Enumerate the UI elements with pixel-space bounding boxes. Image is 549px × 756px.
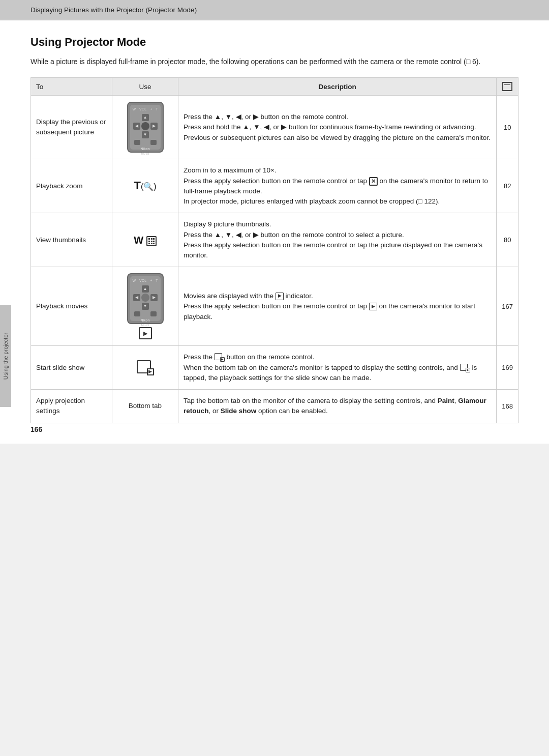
table-row: Start slide show ▶ Press the ▶ bu bbox=[31, 346, 518, 390]
row6-use: Bottom tab bbox=[112, 390, 178, 423]
row4-to: Playback movies bbox=[31, 267, 112, 346]
row1-desc: Press the ▲, ▼, ◀, or ▶ button on the re… bbox=[178, 96, 497, 159]
intro-paragraph: While a picture is displayed full-frame … bbox=[30, 56, 518, 67]
row6-to: Apply projection settings bbox=[31, 390, 112, 423]
w-thumbnail-symbol: W bbox=[134, 235, 156, 246]
row4-desc: Movies are displayed with the ▶ indicato… bbox=[178, 267, 497, 346]
header-bar: Displaying Pictures with the Projector (… bbox=[0, 0, 549, 20]
bottom-tab-label: Bottom tab bbox=[129, 402, 162, 410]
paint-label: Paint bbox=[438, 397, 454, 404]
x-icon: ✕ bbox=[369, 177, 378, 186]
remote-movie-container: WVOL+T ▲ ◀ ▶ ▼ bbox=[117, 273, 173, 339]
movie-indicator-icon: ▶ bbox=[139, 327, 152, 339]
movie-tap-icon: ▶ bbox=[369, 303, 377, 310]
table-row: Apply projection settings Bottom tab Tap… bbox=[31, 390, 518, 423]
col-description: Description bbox=[178, 78, 497, 96]
ref-header-icon bbox=[502, 82, 512, 91]
col-use: Use bbox=[112, 78, 178, 96]
row2-ref: 82 bbox=[497, 159, 518, 213]
row3-to: View thumbnails bbox=[31, 213, 112, 267]
features-table: To Use Description bbox=[30, 77, 518, 423]
row1-use: W VOL + T ▲ ◀ bbox=[112, 96, 178, 159]
table-row: Playback zoom T(🔍) Zoom in to a maximum … bbox=[31, 159, 518, 213]
remote-model: ML-L5 bbox=[130, 152, 161, 156]
slideshow-btn-inline2: ▶ bbox=[460, 364, 470, 372]
row1-to: Display the previous or subsequent pictu… bbox=[31, 96, 112, 159]
row1-ref: 10 bbox=[497, 96, 518, 159]
table-row: View thumbnails W bbox=[31, 213, 518, 267]
side-label: Using the projector bbox=[3, 333, 9, 380]
row4-use: WVOL+T ▲ ◀ ▶ ▼ bbox=[112, 267, 178, 346]
page: Displaying Pictures with the Projector (… bbox=[0, 0, 549, 756]
col-ref bbox=[497, 78, 518, 96]
page-title: Using Projector Mode bbox=[30, 36, 518, 49]
row4-ref: 167 bbox=[497, 267, 518, 346]
main-content: Using Projector Mode While a picture is … bbox=[0, 20, 549, 444]
col-to: To bbox=[31, 78, 112, 96]
row3-use: W bbox=[112, 213, 178, 267]
slideshow-label: Slide show bbox=[221, 407, 257, 415]
row5-desc: Press the ▶ button on the remote control… bbox=[178, 346, 497, 390]
row2-to: Playback zoom bbox=[31, 159, 112, 213]
page-number: 166 bbox=[30, 425, 42, 433]
row6-desc: Tap the bottom tab on the monitor of the… bbox=[178, 390, 497, 423]
row5-ref: 169 bbox=[497, 346, 518, 390]
table-row: Playback movies WVOL+T bbox=[31, 267, 518, 346]
slideshow-btn-inline: ▶ bbox=[215, 353, 225, 362]
table-row: Display the previous or subsequent pictu… bbox=[31, 96, 518, 159]
t-zoom-symbol: T(🔍) bbox=[134, 179, 156, 192]
row2-desc: Zoom in to a maximum of 10×. Press the a… bbox=[178, 159, 497, 213]
remote-brand: Nikon bbox=[130, 147, 161, 152]
slideshow-icon: ▶ bbox=[137, 360, 154, 375]
row3-desc: Display 9 picture thumbnails. Press the … bbox=[178, 213, 497, 267]
remote-control-image: W VOL + T ▲ ◀ bbox=[127, 102, 164, 153]
row5-to: Start slide show bbox=[31, 346, 112, 390]
movie-inline-icon: ▶ bbox=[276, 293, 284, 300]
row5-use: ▶ bbox=[112, 346, 178, 390]
row6-ref: 168 bbox=[497, 390, 518, 423]
header-text: Displaying Pictures with the Projector (… bbox=[30, 6, 197, 14]
row2-use: T(🔍) bbox=[112, 159, 178, 213]
row3-ref: 80 bbox=[497, 213, 518, 267]
